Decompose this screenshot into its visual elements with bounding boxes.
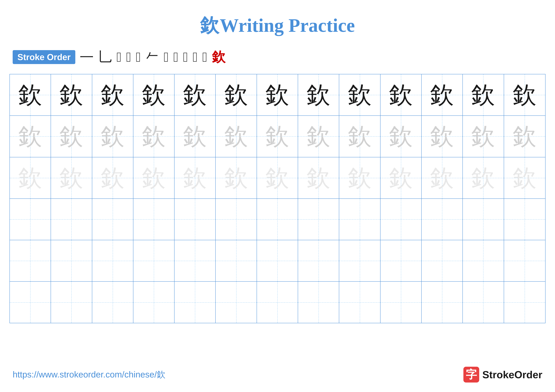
grid-cell-1-4[interactable]: 欽 <box>175 116 216 157</box>
grid-cell-4-10[interactable] <box>422 240 463 281</box>
grid-cell-4-11[interactable] <box>463 240 504 281</box>
grid-cell-4-6[interactable] <box>257 240 298 281</box>
grid-cell-0-1[interactable]: 欽 <box>51 74 92 115</box>
grid-cell-2-8[interactable]: 欽 <box>339 157 380 199</box>
grid-cell-1-10[interactable]: 欽 <box>422 116 463 157</box>
grid-cell-3-2[interactable] <box>92 199 133 240</box>
grid-cell-5-3[interactable] <box>133 282 175 323</box>
grid-cell-5-6[interactable] <box>257 282 298 323</box>
grid-cell-1-1[interactable]: 欽 <box>51 116 92 157</box>
cell-character: 欽 <box>430 83 454 107</box>
grid-cell-1-6[interactable]: 欽 <box>257 116 298 157</box>
grid-cell-1-11[interactable]: 欽 <box>463 116 504 157</box>
grid-cell-1-7[interactable]: 欽 <box>298 116 339 157</box>
grid-cell-0-8[interactable]: 欽 <box>339 74 380 115</box>
grid-cell-1-2[interactable]: 欽 <box>92 116 133 157</box>
cell-character: 欽 <box>513 83 536 107</box>
grid-cell-3-12[interactable] <box>504 199 545 240</box>
grid-cell-0-0[interactable]: 欽 <box>10 74 51 115</box>
grid-cell-0-6[interactable]: 欽 <box>257 74 298 115</box>
grid-cell-3-7[interactable] <box>298 199 339 240</box>
grid-cell-4-12[interactable] <box>504 240 545 281</box>
grid-cell-4-0[interactable] <box>10 240 51 281</box>
grid-cell-4-3[interactable] <box>133 240 175 281</box>
grid-cell-1-5[interactable]: 欽 <box>216 116 257 157</box>
grid-cell-5-2[interactable] <box>92 282 133 323</box>
stroke-step-2: 乚 <box>98 48 112 66</box>
grid-cell-0-10[interactable]: 欽 <box>422 74 463 115</box>
grid-cell-5-11[interactable] <box>463 282 504 323</box>
grid-cell-5-1[interactable] <box>51 282 92 323</box>
grid-cell-4-7[interactable] <box>298 240 339 281</box>
grid-cell-4-8[interactable] <box>339 240 380 281</box>
grid-cell-2-11[interactable]: 欽 <box>463 157 504 199</box>
grid-cell-5-12[interactable] <box>504 282 545 323</box>
grid-cell-2-12[interactable]: 欽 <box>504 157 545 199</box>
grid-cell-2-7[interactable]: 欽 <box>298 157 339 199</box>
grid-cell-5-7[interactable] <box>298 282 339 323</box>
grid-cell-5-9[interactable] <box>380 282 422 323</box>
grid-cell-4-9[interactable] <box>380 240 422 281</box>
cell-character: 欽 <box>389 83 413 107</box>
grid-cell-3-10[interactable] <box>422 199 463 240</box>
grid-cell-0-9[interactable]: 欽 <box>380 74 422 115</box>
title-area: 欽 Writing Practice <box>0 0 555 38</box>
grid-cell-4-4[interactable] <box>175 240 216 281</box>
grid-cell-3-5[interactable] <box>216 199 257 240</box>
grid-cell-4-1[interactable] <box>51 240 92 281</box>
grid-cell-0-11[interactable]: 欽 <box>463 74 504 115</box>
grid-cell-4-2[interactable] <box>92 240 133 281</box>
grid-cell-1-9[interactable]: 欽 <box>380 116 422 157</box>
grid-cell-3-11[interactable] <box>463 199 504 240</box>
grid-cell-1-3[interactable]: 欽 <box>133 116 175 157</box>
grid-cell-3-9[interactable] <box>380 199 422 240</box>
cell-character: 欽 <box>142 124 166 148</box>
grid-cell-2-6[interactable]: 欽 <box>257 157 298 199</box>
grid-cell-1-8[interactable]: 欽 <box>339 116 380 157</box>
grid-cell-3-8[interactable] <box>339 199 380 240</box>
cell-character: 欽 <box>18 166 42 190</box>
grid-cell-2-0[interactable]: 欽 <box>10 157 51 199</box>
grid-cell-5-10[interactable] <box>422 282 463 323</box>
cell-character: 欽 <box>183 166 207 190</box>
grid-cell-0-12[interactable]: 欽 <box>504 74 545 115</box>
grid-cell-0-5[interactable]: 欽 <box>216 74 257 115</box>
title-english: Writing Practice <box>220 15 355 36</box>
grid-cell-3-3[interactable] <box>133 199 175 240</box>
grid-row-3 <box>10 199 545 240</box>
grid-cell-3-6[interactable] <box>257 199 298 240</box>
grid-cell-0-4[interactable]: 欽 <box>175 74 216 115</box>
grid-cell-2-9[interactable]: 欽 <box>380 157 422 199</box>
grid-cell-0-3[interactable]: 欽 <box>133 74 175 115</box>
cell-character: 欽 <box>430 166 454 190</box>
grid-cell-2-5[interactable]: 欽 <box>216 157 257 199</box>
cell-character: 欽 <box>59 166 83 190</box>
grid-cell-2-4[interactable]: 欽 <box>175 157 216 199</box>
cell-character: 欽 <box>513 166 536 190</box>
grid-row-0: 欽欽欽欽欽欽欽欽欽欽欽欽欽 <box>10 74 545 116</box>
grid-cell-5-4[interactable] <box>175 282 216 323</box>
grid-cell-3-4[interactable] <box>175 199 216 240</box>
grid-cell-1-12[interactable]: 欽 <box>504 116 545 157</box>
grid-cell-2-10[interactable]: 欽 <box>422 157 463 199</box>
cell-character: 欽 <box>101 166 124 190</box>
grid-cell-2-3[interactable]: 欽 <box>133 157 175 199</box>
grid-cell-1-0[interactable]: 欽 <box>10 116 51 157</box>
grid-cell-3-1[interactable] <box>51 199 92 240</box>
stroke-step-4: 𠃋 <box>126 49 131 65</box>
grid-cell-5-8[interactable] <box>339 282 380 323</box>
cell-character: 欽 <box>101 83 124 107</box>
grid-cell-5-0[interactable] <box>10 282 51 323</box>
grid-cell-0-7[interactable]: 欽 <box>298 74 339 115</box>
grid-cell-4-5[interactable] <box>216 240 257 281</box>
grid-cell-5-5[interactable] <box>216 282 257 323</box>
grid-cell-0-2[interactable]: 欽 <box>92 74 133 115</box>
cell-character: 欽 <box>224 124 248 148</box>
grid-cell-2-1[interactable]: 欽 <box>51 157 92 199</box>
cell-character: 欽 <box>59 83 83 107</box>
cell-character: 欽 <box>183 83 207 107</box>
grid-cell-2-2[interactable]: 欽 <box>92 157 133 199</box>
cell-character: 欽 <box>183 124 207 148</box>
cell-character: 欽 <box>265 166 289 190</box>
grid-cell-3-0[interactable] <box>10 199 51 240</box>
